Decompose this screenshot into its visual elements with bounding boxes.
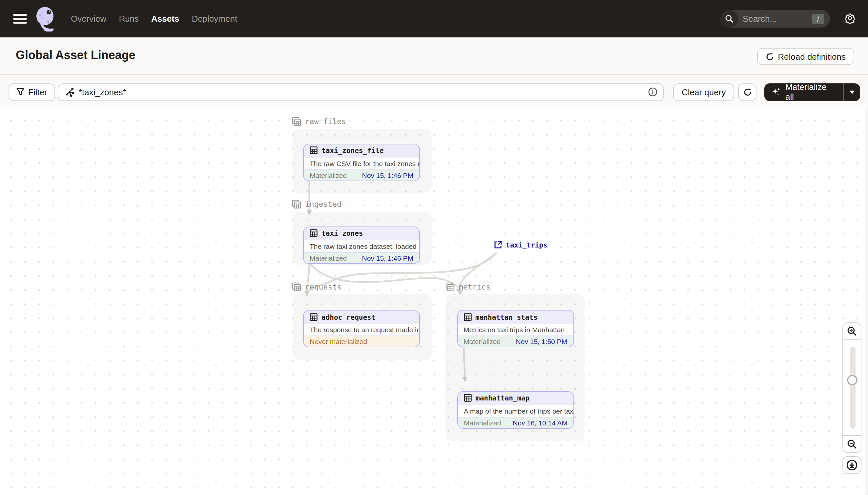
settings-gear-icon[interactable] — [845, 13, 855, 24]
asset-node-header: manhattan_stats — [458, 310, 573, 323]
download-image-button[interactable] — [843, 456, 862, 474]
group-label-ingested[interactable]: ingested — [292, 199, 341, 208]
status-timestamp[interactable]: Nov 16, 10:14 AM — [513, 419, 568, 426]
top-nav-bar: Overview Runs Assets Deployment Search..… — [0, 0, 868, 37]
status-label: Materialized — [310, 171, 347, 179]
zoom-slider-track[interactable] — [850, 347, 855, 429]
asset-node-status: Materialized Nov 15, 1:46 PM — [304, 169, 419, 180]
search-placeholder: Search... — [743, 14, 812, 24]
refresh-button[interactable] — [738, 83, 757, 101]
asset-node-header: adhoc_request — [304, 310, 419, 323]
external-asset-taxi-trips[interactable]: taxi_trips — [494, 241, 547, 249]
materialize-all-button[interactable]: Materialize all — [764, 83, 860, 101]
asset-selection-input[interactable] — [79, 87, 648, 97]
lineage-edges — [0, 108, 868, 495]
materialize-all-label: Materialize all — [785, 82, 836, 102]
asset-node-description: A map of the number of trips per taxi z.… — [458, 405, 573, 416]
status-label: Materialized — [463, 338, 501, 345]
asset-node-status: Materialized Nov 15, 1:50 PM — [458, 336, 573, 347]
group-label-metrics[interactable]: metrics — [445, 282, 491, 291]
asset-node-description: Metrics on taxi trips in Manhattan — [458, 323, 573, 336]
asset-graph-icon — [64, 87, 74, 97]
asset-node-taxi-zones-file[interactable]: taxi_zones_file The raw CSV file for the… — [303, 143, 420, 181]
group-table-icon — [292, 282, 301, 291]
status-timestamp[interactable]: Nov 15, 1:50 PM — [516, 338, 567, 345]
nav-tab-runs[interactable]: Runs — [119, 14, 139, 24]
nav-tab-assets[interactable]: Assets — [151, 14, 179, 24]
table-icon — [310, 147, 318, 155]
asset-node-manhattan-map[interactable]: manhattan_map A map of the number of tri… — [457, 391, 574, 428]
status-label: Materialized — [464, 419, 501, 426]
chevron-down-icon — [849, 90, 854, 93]
page-header: Global Asset Lineage Reload definitions — [0, 37, 868, 74]
zoom-slider[interactable] — [843, 340, 862, 435]
status-label: Materialized — [310, 254, 347, 262]
group-name: metrics — [459, 282, 491, 291]
table-icon — [464, 394, 472, 402]
group-name: raw_files — [305, 117, 346, 126]
materialize-all-main[interactable]: Materialize all — [764, 83, 843, 101]
search-shortcut-badge: / — [812, 14, 824, 24]
app-window: Overview Runs Assets Deployment Search..… — [0, 0, 868, 495]
info-icon[interactable] — [648, 87, 657, 97]
asset-node-header: taxi_zones_file — [304, 144, 419, 157]
asset-node-title: taxi_zones_file — [321, 147, 384, 155]
status-timestamp[interactable]: Nov 15, 1:46 PM — [362, 254, 413, 262]
materialize-dropdown-button[interactable] — [843, 83, 860, 101]
lineage-toolbar: Filter Clear — [0, 74, 868, 108]
asset-node-description: The raw taxi zones dataset, loaded int..… — [304, 240, 419, 252]
external-link-icon — [494, 241, 502, 249]
status-label: Never materialized — [310, 338, 367, 345]
filter-button[interactable]: Filter — [8, 83, 55, 101]
asset-selection-input-wrap — [58, 83, 664, 101]
zoom-slider-handle[interactable] — [847, 375, 857, 386]
asset-node-taxi-zones[interactable]: taxi_zones The raw taxi zones dataset, l… — [303, 226, 420, 263]
zoom-in-icon — [847, 326, 857, 336]
table-icon — [463, 313, 472, 321]
lineage-canvas[interactable]: raw_files ingested requests metrics taxi… — [0, 108, 868, 495]
asset-node-status: Materialized Nov 15, 1:46 PM — [304, 252, 419, 263]
asset-node-header: manhattan_map — [458, 392, 573, 405]
funnel-icon — [16, 88, 24, 96]
reload-icon — [765, 52, 774, 61]
zoom-in-button[interactable] — [843, 322, 862, 340]
canvas-scrollbar[interactable] — [865, 108, 868, 495]
reload-definitions-button[interactable]: Reload definitions — [757, 48, 854, 65]
table-icon — [310, 313, 318, 321]
group-label-raw-files[interactable]: raw_files — [292, 117, 346, 126]
asset-node-title: adhoc_request — [321, 313, 375, 321]
clear-query-label: Clear query — [682, 87, 726, 97]
asset-node-title: manhattan_stats — [475, 313, 538, 321]
status-timestamp[interactable]: Nov 15, 1:46 PM — [362, 171, 413, 179]
asset-node-title: manhattan_map — [476, 394, 529, 402]
zoom-out-icon — [847, 439, 857, 449]
global-search-box[interactable]: Search... / — [720, 10, 830, 28]
filter-button-label: Filter — [28, 87, 47, 97]
group-name: requests — [305, 282, 341, 291]
group-table-icon — [292, 199, 301, 208]
group-table-icon — [445, 282, 455, 291]
reload-definitions-label: Reload definitions — [778, 52, 846, 62]
asset-node-adhoc-request[interactable]: adhoc_request The response to an request… — [303, 310, 420, 347]
zoom-out-button[interactable] — [843, 435, 862, 453]
page-title: Global Asset Lineage — [16, 49, 136, 62]
asset-node-status: Materialized Nov 16, 10:14 AM — [458, 416, 573, 428]
group-name: ingested — [305, 199, 341, 208]
dagster-logo-icon[interactable] — [35, 6, 58, 32]
asset-node-description: The response to an request made in th... — [304, 323, 419, 336]
download-icon — [846, 459, 857, 471]
clear-query-button[interactable]: Clear query — [673, 83, 734, 101]
hamburger-menu-icon[interactable] — [13, 14, 27, 24]
group-label-requests[interactable]: requests — [292, 282, 341, 291]
refresh-icon — [743, 88, 751, 96]
asset-node-manhattan-stats[interactable]: manhattan_stats Metrics on taxi trips in… — [457, 310, 574, 347]
external-asset-label: taxi_trips — [506, 241, 547, 249]
nav-tab-deployment[interactable]: Deployment — [192, 14, 237, 24]
group-table-icon — [292, 117, 301, 126]
asset-node-header: taxi_zones — [304, 227, 419, 240]
asset-node-description: The raw CSV file for the taxi zones dat.… — [304, 157, 419, 169]
asset-node-title: taxi_zones — [321, 229, 363, 237]
nav-tabs: Overview Runs Assets Deployment — [71, 0, 237, 37]
sparkle-icon — [772, 87, 781, 97]
nav-tab-overview[interactable]: Overview — [71, 14, 106, 24]
